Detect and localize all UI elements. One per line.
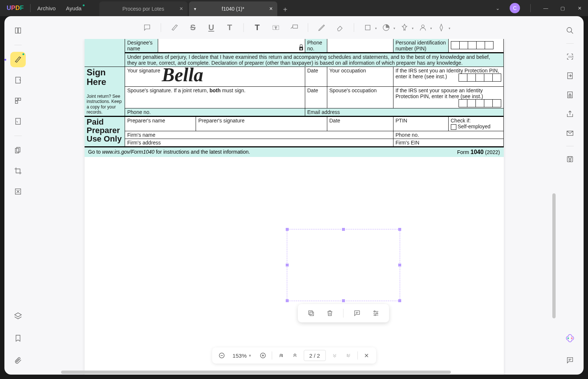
menu-ayuda[interactable]: Ayuda (66, 5, 81, 11)
search-button[interactable] (562, 23, 578, 38)
note-button[interactable] (140, 21, 154, 35)
resize-handle[interactable] (342, 299, 345, 302)
resize-handle[interactable] (286, 264, 289, 267)
next-page-button[interactable] (329, 350, 340, 361)
designee-name-field[interactable] (158, 39, 305, 53)
checkbox[interactable] (451, 124, 456, 130)
stamp-button[interactable] (398, 21, 411, 35)
watermark-button[interactable] (10, 184, 26, 199)
attachment-button[interactable] (10, 353, 26, 368)
pencil-button[interactable] (315, 21, 329, 35)
zoom-level[interactable]: 153% ▼ (231, 353, 254, 359)
print-button[interactable] (562, 151, 578, 167)
preparer-name-field[interactable]: Preparer's name (125, 117, 196, 131)
more-button[interactable] (434, 21, 448, 35)
selection-rectangle[interactable] (287, 229, 400, 301)
spouse-occupation-field[interactable]: Spouse's occupation (327, 87, 393, 108)
phone-field[interactable]: Phone no. (125, 108, 305, 117)
firm-name-field[interactable]: Firm's name (125, 131, 393, 139)
close-button[interactable]: ✕ (571, 0, 588, 16)
form-mode-button[interactable] (10, 114, 26, 129)
horizontal-scrollbar[interactable] (61, 371, 451, 374)
comment-mode-button[interactable] (10, 52, 26, 67)
main-area: S U T T T Designee's name (32, 16, 556, 375)
pin-boxes[interactable] (448, 39, 503, 53)
preparer-date-field[interactable]: Date (327, 117, 393, 131)
phone-no-field[interactable] (327, 39, 393, 53)
ocr-button[interactable]: OCR (562, 49, 578, 64)
user-avatar[interactable]: C (510, 3, 520, 13)
occupation-field[interactable]: Your occupation (327, 67, 393, 87)
spouse-irs-pin-field[interactable]: If the IRS sent your spouse an Identity … (393, 87, 503, 108)
page-indicator[interactable]: 2 / 2 (304, 350, 326, 361)
callout-button[interactable] (287, 21, 301, 35)
resize-handle[interactable] (286, 299, 289, 302)
resize-handle[interactable] (398, 228, 401, 231)
signature-field[interactable]: Your signature Bella (125, 67, 305, 87)
date-field[interactable]: Date (305, 67, 327, 87)
convert-button[interactable] (562, 68, 578, 83)
close-nav-button[interactable]: ✕ (361, 350, 372, 361)
ai-button[interactable] (562, 330, 578, 346)
textbox-button[interactable]: T (269, 21, 283, 35)
tab-close-icon[interactable]: × (269, 6, 272, 12)
resize-handle[interactable] (342, 228, 345, 231)
menu-archivo[interactable]: Archivo (37, 5, 56, 11)
tab-batch-process[interactable]: Proceso por Lotes × (99, 1, 188, 16)
copy-button[interactable] (306, 308, 317, 319)
copy-pages-button[interactable] (10, 143, 26, 158)
maximize-button[interactable]: ▢ (554, 0, 571, 16)
spouse-date-field[interactable]: Date (305, 87, 327, 108)
delete-button[interactable] (324, 308, 335, 319)
shape-button[interactable] (361, 21, 375, 35)
irs-pin-field[interactable]: If the IRS sent you an Identity Protecti… (393, 67, 503, 87)
preparer-sig-field[interactable]: Preparer's signature (196, 117, 327, 131)
tab-close-icon[interactable]: × (179, 6, 183, 12)
document-viewport[interactable]: Designee's name Phone no. Personal ident… (32, 39, 556, 375)
edit-page-icon (14, 76, 22, 84)
bookmark-button[interactable] (10, 330, 26, 346)
tab-dropdown-icon[interactable]: ▼ (193, 7, 197, 11)
vertical-scrollbar[interactable] (552, 193, 556, 318)
tab-f1040[interactable]: ▼ f1040 (1)* × (189, 1, 277, 16)
firm-address-field[interactable]: Firm's address (125, 139, 393, 147)
self-employed-field[interactable]: Check if: Self-employed (448, 117, 503, 131)
email-button[interactable] (562, 125, 578, 141)
protect-button[interactable] (562, 87, 578, 103)
layers-button[interactable] (10, 308, 26, 324)
pdf-page[interactable]: Designee's name Phone no. Personal ident… (85, 39, 504, 375)
resize-handle[interactable] (286, 228, 289, 231)
reader-mode-button[interactable] (10, 23, 26, 38)
eraser-button[interactable] (333, 21, 347, 35)
edit-mode-button[interactable] (10, 72, 26, 88)
ptin-field[interactable]: PTIN (393, 117, 448, 131)
bookmark-icon (14, 334, 22, 342)
email-field[interactable]: Email address (305, 108, 503, 117)
first-page-button[interactable] (276, 350, 286, 361)
underline-button[interactable]: U (204, 21, 218, 35)
share-button[interactable] (562, 106, 578, 122)
strikethrough-button[interactable]: S (186, 21, 200, 35)
text-button[interactable]: T (250, 21, 264, 35)
sticker-button[interactable] (379, 21, 393, 35)
minimize-button[interactable]: — (537, 0, 554, 16)
squiggly-button[interactable]: T (223, 21, 237, 35)
organize-mode-button[interactable] (10, 93, 26, 108)
chevron-down-icon[interactable]: ⌄ (489, 0, 506, 16)
comment-button[interactable] (352, 308, 363, 319)
spouse-signature-field[interactable]: Spouse's signature. If a joint return, b… (125, 87, 305, 108)
prev-page-button[interactable] (290, 350, 300, 361)
new-tab-button[interactable]: + (279, 3, 292, 16)
crop-button[interactable] (10, 163, 26, 179)
properties-button[interactable] (370, 308, 381, 319)
comments-panel-button[interactable] (562, 353, 578, 368)
signature-button[interactable] (416, 21, 430, 35)
firm-ein-field[interactable]: Firm's EIN (393, 139, 503, 147)
zoom-out-button[interactable] (217, 350, 227, 361)
last-page-button[interactable] (343, 350, 354, 361)
resize-handle[interactable] (398, 299, 401, 302)
resize-handle[interactable] (398, 264, 401, 267)
highlight-button[interactable] (168, 21, 182, 35)
firm-phone-field[interactable]: Phone no. (393, 131, 503, 139)
zoom-in-button[interactable] (258, 350, 268, 361)
